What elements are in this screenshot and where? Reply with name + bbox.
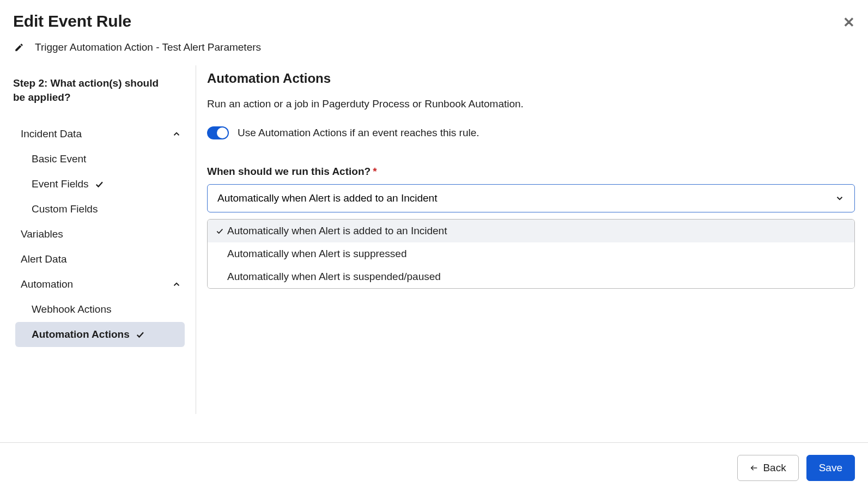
- back-label: Back: [763, 462, 786, 474]
- run-action-dropdown: Automatically when Alert is added to an …: [207, 219, 855, 289]
- sidebar-item-label: Alert Data: [21, 253, 66, 265]
- back-button[interactable]: Back: [737, 455, 798, 481]
- toggle-row: Use Automation Actions if an event reach…: [207, 126, 855, 139]
- rule-subtitle: Trigger Automation Action - Test Alert P…: [35, 41, 261, 53]
- option-label: Automatically when Alert is added to an …: [227, 225, 447, 237]
- sidebar-item-label: Webhook Actions: [32, 303, 111, 315]
- header: Edit Event Rule ✕ Trigger Automation Act…: [0, 0, 868, 53]
- sidebar: Step 2: What action(s) should be applied…: [0, 65, 196, 414]
- sidebar-item-variables[interactable]: Variables: [13, 222, 189, 247]
- sidebar-item-alert-data[interactable]: Alert Data: [13, 247, 189, 272]
- toggle-knob: [217, 127, 228, 138]
- sidebar-item-automation-actions[interactable]: Automation Actions: [15, 322, 185, 347]
- automation-toggle[interactable]: [207, 126, 229, 139]
- sidebar-group-label: Incident Data: [21, 128, 82, 140]
- sidebar-group-label: Automation: [21, 278, 73, 290]
- section-title: Automation Actions: [207, 71, 855, 86]
- sidebar-item-basic-event[interactable]: Basic Event: [13, 147, 189, 172]
- check-icon: [94, 179, 104, 189]
- sidebar-item-label: Basic Event: [32, 153, 86, 165]
- check-icon: [215, 227, 227, 235]
- field-label: When should we run this Action?*: [207, 166, 855, 178]
- check-icon: [135, 330, 145, 339]
- main-panel: Automation Actions Run an action or a jo…: [196, 65, 868, 414]
- chevron-up-icon: [172, 129, 181, 139]
- dropdown-option-added-to-incident[interactable]: Automatically when Alert is added to an …: [208, 220, 854, 242]
- sidebar-item-label: Automation Actions: [32, 328, 130, 340]
- content: Step 2: What action(s) should be applied…: [0, 65, 868, 414]
- required-asterisk: *: [373, 166, 377, 177]
- pencil-icon[interactable]: [14, 42, 24, 52]
- section-description: Run an action or a job in Pagerduty Proc…: [207, 98, 855, 110]
- toggle-label: Use Automation Actions if an event reach…: [238, 127, 479, 139]
- arrow-left-icon: [750, 464, 758, 472]
- sidebar-item-webhook-actions[interactable]: Webhook Actions: [13, 297, 189, 322]
- option-label: Automatically when Alert is suppressed: [227, 248, 407, 260]
- dropdown-option-suppressed[interactable]: Automatically when Alert is suppressed: [208, 242, 854, 265]
- sidebar-item-label: Variables: [21, 228, 63, 240]
- close-button[interactable]: ✕: [843, 15, 855, 29]
- select-value: Automatically when Alert is added to an …: [217, 192, 437, 204]
- footer: Back Save: [0, 442, 868, 493]
- close-icon: ✕: [843, 14, 855, 31]
- save-label: Save: [819, 462, 842, 474]
- save-button[interactable]: Save: [806, 455, 855, 481]
- sidebar-group-automation[interactable]: Automation: [13, 272, 189, 297]
- sidebar-item-custom-fields[interactable]: Custom Fields: [13, 197, 189, 222]
- chevron-up-icon: [172, 279, 181, 289]
- option-label: Automatically when Alert is suspended/pa…: [227, 271, 441, 283]
- chevron-down-icon: [835, 193, 845, 203]
- field-label-text: When should we run this Action?: [207, 166, 371, 177]
- sidebar-item-label: Custom Fields: [32, 203, 98, 215]
- sidebar-item-event-fields[interactable]: Event Fields: [13, 172, 189, 197]
- sidebar-group-incident-data[interactable]: Incident Data: [13, 121, 189, 147]
- dropdown-option-suspended[interactable]: Automatically when Alert is suspended/pa…: [208, 265, 854, 288]
- step-label: Step 2: What action(s) should be applied…: [13, 76, 189, 104]
- page-title: Edit Event Rule: [13, 12, 855, 31]
- run-action-select[interactable]: Automatically when Alert is added to an …: [207, 184, 855, 212]
- subtitle-row: Trigger Automation Action - Test Alert P…: [13, 41, 855, 53]
- sidebar-item-label: Event Fields: [32, 178, 89, 190]
